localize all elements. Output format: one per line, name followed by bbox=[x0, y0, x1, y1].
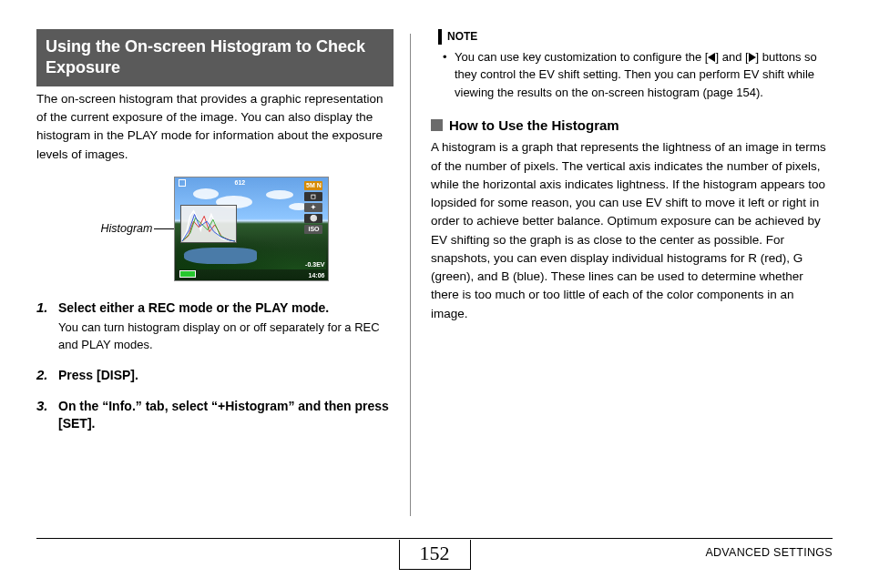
camera-preview: 612 5M N ◻ ✦ ⚪ ISO -0.3EV 14:06 bbox=[174, 177, 329, 281]
steps-list: Select either a REC mode or the PLAY mod… bbox=[36, 299, 394, 433]
overlay-right-icons: 5M N ◻ ✦ ⚪ ISO bbox=[304, 181, 324, 234]
note-list: You can use key customization to configu… bbox=[438, 48, 833, 102]
note-label: NOTE bbox=[438, 29, 833, 45]
histogram-overlay-icon bbox=[180, 205, 237, 243]
note-item: You can use key customization to configu… bbox=[455, 48, 833, 102]
step-3-head: On the “Info.” tab, select “+Histogram” … bbox=[58, 398, 394, 433]
step-1-body: You can turn histogram display on or off… bbox=[58, 319, 394, 354]
overlay-iso: ISO bbox=[304, 225, 322, 234]
callout-line-icon bbox=[154, 228, 174, 229]
sub-heading: How to Use the Histogram bbox=[431, 117, 833, 133]
figure: Histogram 612 bbox=[36, 177, 394, 281]
overlay-icon-2: ✦ bbox=[304, 203, 322, 212]
right-column: NOTE You can use key customization to co… bbox=[411, 29, 833, 521]
step-2: Press [DISP]. bbox=[36, 367, 394, 385]
step-1-head: Select either a REC mode or the PLAY mod… bbox=[58, 299, 394, 318]
footer-section-label: ADVANCED SETTINGS bbox=[705, 546, 833, 559]
battery-icon bbox=[179, 270, 196, 278]
step-2-head: Press [DISP]. bbox=[58, 367, 394, 385]
overlay-top-number: 612 bbox=[234, 179, 245, 186]
note-text-mid: ] and [ bbox=[715, 50, 748, 64]
overlay-icon-3: ⚪ bbox=[304, 214, 322, 223]
figure-label-col: Histogram bbox=[101, 222, 175, 235]
footer-row: 152 ADVANCED SETTINGS bbox=[36, 539, 833, 570]
overlay-badge: 5M N bbox=[304, 181, 322, 190]
rec-frame-icon bbox=[179, 179, 186, 187]
left-column: Using the On-screen Histogram to Check E… bbox=[36, 29, 410, 521]
figure-label: Histogram bbox=[101, 222, 153, 235]
overlay-icon-1: ◻ bbox=[304, 192, 322, 201]
overlay-ev: -0.3EV bbox=[305, 261, 324, 268]
page-number: 152 bbox=[399, 540, 471, 570]
sub-heading-text: How to Use the Histogram bbox=[449, 117, 619, 133]
step-1: Select either a REC mode or the PLAY mod… bbox=[36, 299, 394, 354]
section-header: Using the On-screen Histogram to Check E… bbox=[36, 29, 394, 86]
square-bullet-icon bbox=[431, 119, 443, 131]
note-text-pre: You can use key customization to configu… bbox=[455, 50, 708, 64]
intro-paragraph: The on-screen histogram that provides a … bbox=[36, 90, 394, 164]
right-arrow-icon bbox=[749, 53, 756, 62]
footer: 152 ADVANCED SETTINGS bbox=[36, 538, 833, 570]
content-columns: Using the On-screen Histogram to Check E… bbox=[36, 29, 833, 521]
step-3: On the “Info.” tab, select “+Histogram” … bbox=[36, 398, 394, 433]
lake-icon bbox=[184, 248, 257, 264]
histogram-body: A histogram is a graph that represents t… bbox=[431, 138, 833, 323]
note-block: NOTE You can use key customization to co… bbox=[431, 29, 833, 101]
overlay-time: 14:06 bbox=[309, 272, 325, 279]
